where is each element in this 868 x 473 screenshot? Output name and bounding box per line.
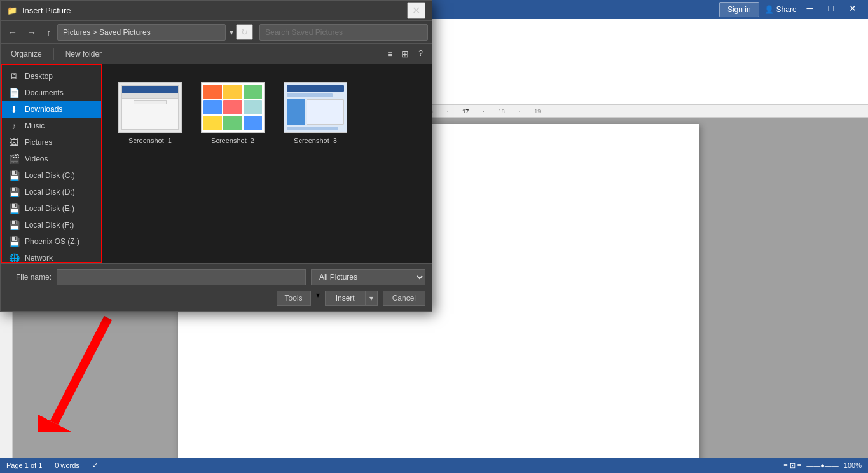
tools-button[interactable]: Tools [277,291,311,306]
sidebar-documents-label: Documents [25,88,64,97]
file-item-screenshot2[interactable]: Screenshot_2 [198,77,268,149]
share-label: Share [776,5,797,14]
word-count: 0 words [55,462,79,469]
sidebar-desktop-label: Desktop [25,72,53,81]
sidebar-item-downloads[interactable]: ⬇ Downloads [2,101,101,118]
sidebar-item-local-c[interactable]: 💾 Local Disk (C:) [2,167,101,184]
dialog-title-text: Insert Picture [22,6,71,15]
sidebar-item-videos[interactable]: 🎬 Videos [2,151,101,167]
thumb-preview-3 [284,83,347,132]
sidebar-item-documents[interactable]: 📄 Documents [2,85,101,101]
file-name-2: Screenshot_2 [211,137,254,144]
sidebar-phoenix-label: Phoenix OS (Z:) [25,237,79,246]
sidebar-item-network[interactable]: 🌐 Network [2,250,101,263]
dialog-bottom-bar: File name: All Pictures PNG JPG BMP Tool… [1,263,432,311]
share-button[interactable]: 👤 Share [764,2,797,17]
filename-row: File name: All Pictures PNG JPG BMP [7,269,425,285]
svg-line-1 [54,318,108,423]
music-icon: ♪ [8,121,20,131]
insert-picture-dialog: 📁 Insert Picture ✕ ← → ↑ ▾ ↻ Organize Ne… [0,0,432,312]
page-info: Page 1 of 1 [6,462,42,469]
word-status-bar: Page 1 of 1 0 words ✓ ≡ ⊡ ≡ ——●—— 100% [0,458,868,473]
sidebar-item-local-f[interactable]: 💾 Local Disk (F:) [2,217,101,233]
sidebar-downloads-label: Downloads [25,105,62,114]
nav-refresh-button[interactable]: ↻ [236,24,253,40]
dialog-content: 🖥 Desktop 📄 Documents ⬇ Downloads ♪ Musi… [1,64,432,263]
nav-path-dropdown[interactable]: ▾ [230,28,233,37]
dialog-title-area: 📁 Insert Picture [7,6,71,15]
maximize-button[interactable]: □ [823,2,839,17]
file-name-1: Screenshot_1 [128,137,172,144]
nav-up-button[interactable]: ↑ [43,25,55,39]
cancel-button[interactable]: Cancel [383,291,425,306]
filename-label: File name: [7,273,52,282]
dialog-overlay: 📁 Insert Picture ✕ ← → ↑ ▾ ↻ Organize Ne… [0,0,432,312]
downloads-icon: ⬇ [8,104,20,114]
sign-in-button[interactable]: Sign in [719,2,759,17]
insert-dropdown-button[interactable]: ▾ [366,291,378,306]
network-icon: 🌐 [8,253,20,263]
sidebar-item-local-e[interactable]: 💾 Local Disk (E:) [2,200,101,217]
dialog-sidebar: 🖥 Desktop 📄 Documents ⬇ Downloads ♪ Musi… [1,64,102,263]
sidebar-item-desktop[interactable]: 🖥 Desktop [2,68,101,85]
dialog-toolbar: Organize New folder ≡ ⊞ ? [1,44,432,64]
nav-forward-button[interactable]: → [24,25,40,39]
disk-z-icon: 💾 [8,236,20,247]
disk-e-icon: 💾 [8,203,20,214]
nav-back-button[interactable]: ← [4,25,21,39]
minimize-button[interactable]: ─ [802,2,818,17]
new-folder-button[interactable]: New folder [60,48,107,60]
file-name-3: Screenshot_3 [294,137,337,144]
action-row: Tools ▾ Insert ▾ Cancel [7,291,425,306]
close-button[interactable]: ✕ [844,2,862,17]
disk-f-icon: 💾 [8,220,20,230]
file-item-screenshot1[interactable]: Screenshot_1 [115,77,185,149]
sidebar-item-local-d[interactable]: 💾 Local Disk (D:) [2,184,101,200]
sidebar-pictures-label: Pictures [25,138,52,147]
file-thumbnail-1 [118,82,182,133]
dialog-title-icon: 📁 [7,6,17,15]
sidebar-item-pictures[interactable]: 🖼 Pictures [2,134,101,151]
sidebar-videos-label: Videos [25,154,48,163]
zoom-slider[interactable]: ——●—— [806,462,839,469]
red-arrow-annotation [38,312,121,432]
file-thumbnail-3 [284,82,347,133]
dialog-titlebar: 📁 Insert Picture ✕ [1,1,432,21]
disk-c-icon: 💾 [8,170,20,181]
search-input[interactable] [259,24,428,41]
person-icon: 👤 [764,5,774,14]
view-grid-button[interactable]: ⊞ [398,47,412,61]
organize-button[interactable]: Organize [6,48,47,60]
filename-input[interactable] [57,269,306,285]
help-button[interactable]: ? [415,47,427,61]
dialog-file-grid: Screenshot_1 [102,64,432,263]
view-list-button[interactable]: ≡ [384,47,396,61]
window-controls: Sign in 👤 Share ─ □ ✕ [719,2,862,17]
sidebar-local-c-label: Local Disk (C:) [25,171,75,180]
insert-button[interactable]: Insert [325,291,366,306]
sidebar-local-d-label: Local Disk (D:) [25,188,75,196]
disk-d-icon: 💾 [8,187,20,197]
videos-icon: 🎬 [8,154,20,164]
file-thumbnail-2 [201,82,265,133]
proofing-icon: ✓ [92,462,98,470]
toolbar-separator [53,48,54,60]
sidebar-local-f-label: Local Disk (F:) [25,221,74,230]
thumb-preview-1 [119,83,181,132]
sidebar-local-e-label: Local Disk (E:) [25,204,74,213]
insert-button-group: Insert ▾ [325,291,378,306]
view-buttons: ≡ ⊡ ≡ [783,462,801,470]
sidebar-item-music[interactable]: ♪ Music [2,118,101,134]
filetype-select[interactable]: All Pictures PNG JPG BMP [311,269,425,285]
dialog-close-button[interactable]: ✕ [407,2,425,19]
thumb-preview-2 [202,83,264,132]
pictures-icon: 🖼 [8,137,20,147]
desktop-icon: 🖥 [8,71,20,81]
nav-path-input[interactable] [57,24,226,41]
documents-icon: 📄 [8,88,20,98]
sidebar-music-label: Music [25,121,45,130]
file-item-screenshot3[interactable]: Screenshot_3 [280,77,350,149]
dialog-nav-bar: ← → ↑ ▾ ↻ [1,21,432,44]
sidebar-item-phoenix[interactable]: 💾 Phoenix OS (Z:) [2,233,101,250]
sidebar-network-label: Network [25,254,53,263]
